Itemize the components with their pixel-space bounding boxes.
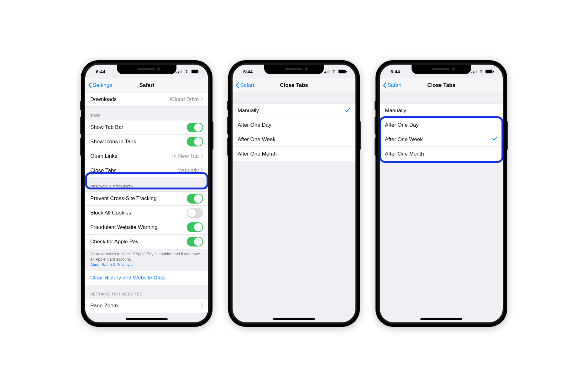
home-indicator[interactable]	[273, 318, 315, 320]
back-label: Settings	[93, 82, 112, 88]
row-label: Fraudulent Website Warning	[90, 224, 158, 231]
phone-frame-2: 6:44 Safari Close Tabs Manually After	[228, 60, 360, 327]
cellular-signal-icon	[471, 70, 477, 73]
phone-frame-1: 6:44 Settings Safari Downloads iCloud Dr…	[81, 60, 213, 327]
option-label: After One Day	[238, 122, 271, 128]
row-label: Prevent Cross-Site Tracking	[90, 195, 157, 202]
privacy-link[interactable]: About Safari & Privacy…	[90, 262, 134, 267]
wifi-icon	[479, 70, 484, 73]
chevron-left-icon	[236, 82, 239, 88]
chevron-right-icon	[201, 303, 203, 309]
row-label: Open Links	[90, 153, 117, 159]
chevron-right-icon	[201, 167, 203, 174]
toggle-apple-pay[interactable]	[187, 237, 203, 247]
notch	[412, 65, 471, 74]
row-label: Show Icons in Tabs	[90, 139, 136, 145]
row-apple-pay[interactable]: Check for Apple Pay	[85, 235, 208, 249]
option-one-week[interactable]: After One Week	[380, 132, 503, 147]
option-label: Manually	[385, 108, 406, 114]
cellular-signal-icon	[324, 70, 329, 73]
back-button[interactable]: Settings	[88, 82, 112, 88]
row-downloads[interactable]: Downloads iCloud Drive	[85, 92, 208, 107]
cellular-signal-icon	[176, 70, 182, 73]
option-label: After One Month	[385, 151, 424, 157]
home-indicator[interactable]	[126, 318, 168, 320]
chevron-left-icon	[88, 82, 92, 88]
chevron-right-icon	[201, 96, 203, 103]
row-close-tabs[interactable]: Close Tabs Manually	[85, 163, 208, 178]
chevron-right-icon	[201, 153, 203, 159]
nav-bar: Settings Safari	[85, 78, 208, 92]
option-label: After One Month	[238, 151, 277, 157]
row-label: Clear History and Website Data	[90, 275, 165, 281]
notch	[264, 65, 324, 74]
option-label: Manually	[238, 108, 259, 114]
toggle-show-tab-bar[interactable]	[187, 123, 203, 132]
row-value: In New Tab	[172, 153, 199, 159]
status-time: 6:44	[243, 69, 253, 74]
nav-bar: Safari Close Tabs	[380, 78, 503, 92]
battery-icon	[486, 70, 494, 73]
toggle-fraud-warning[interactable]	[187, 222, 203, 232]
nav-bar: Safari Close Tabs	[233, 78, 355, 92]
option-manually[interactable]: Manually	[380, 103, 503, 118]
footer-text: Allow websites to check if Apple Pay is …	[90, 252, 200, 262]
section-header-privacy: PRIVACY & SECURITY	[85, 178, 208, 191]
checkmark-icon	[345, 108, 350, 114]
toggle-block-cookies[interactable]	[187, 208, 203, 218]
row-show-tab-bar[interactable]: Show Tab Bar	[85, 120, 208, 135]
row-show-icons[interactable]: Show Icons in Tabs	[85, 135, 208, 149]
row-value: iCloud Drive	[170, 96, 199, 103]
row-label: Block All Cookies	[90, 210, 131, 216]
option-one-day[interactable]: After One Day	[380, 118, 503, 132]
checkmark-icon	[492, 136, 498, 143]
back-button[interactable]: Safari	[383, 82, 401, 88]
status-time: 6:44	[391, 69, 400, 74]
option-label: After One Week	[238, 136, 276, 143]
row-label: Close Tabs	[90, 167, 117, 174]
row-open-links[interactable]: Open Links In New Tab	[85, 149, 208, 163]
wifi-icon	[184, 70, 189, 73]
option-one-week[interactable]: After One Week	[233, 132, 355, 147]
row-clear-history[interactable]: Clear History and Website Data	[85, 271, 208, 285]
back-label: Safari	[240, 82, 254, 88]
option-label: After One Week	[385, 136, 423, 143]
option-manually[interactable]: Manually	[233, 103, 355, 118]
battery-icon	[338, 70, 347, 73]
option-one-month[interactable]: After One Month	[233, 147, 355, 161]
status-time: 6:44	[96, 69, 105, 74]
row-block-cookies[interactable]: Block All Cookies	[85, 206, 208, 220]
battery-icon	[191, 70, 199, 73]
row-page-zoom[interactable]: Page Zoom	[85, 299, 208, 313]
section-header-websites: SETTINGS FOR WEBSITES	[85, 285, 208, 299]
row-value: Manually	[177, 167, 199, 174]
row-label: Check for Apple Pay	[90, 239, 139, 245]
back-label: Safari	[387, 82, 401, 88]
option-one-day[interactable]: After One Day	[233, 118, 355, 132]
row-label: Show Tab Bar	[90, 124, 123, 130]
section-footer-privacy: Allow websites to check if Apple Pay is …	[85, 249, 208, 271]
toggle-cross-site[interactable]	[187, 194, 203, 204]
notch	[117, 65, 176, 74]
home-indicator[interactable]	[420, 318, 462, 320]
row-fraud-warning[interactable]: Fraudulent Website Warning	[85, 220, 208, 235]
row-label: Downloads	[90, 96, 117, 103]
option-label: After One Day	[385, 122, 419, 128]
row-label: Page Zoom	[90, 303, 118, 309]
wifi-icon	[331, 70, 336, 73]
option-one-month[interactable]: After One Month	[380, 147, 503, 161]
phone-frame-3: 6:44 Safari Close Tabs Manually After On…	[375, 60, 507, 327]
toggle-show-icons[interactable]	[187, 137, 203, 146]
chevron-left-icon	[383, 82, 387, 88]
section-header-tabs: TABS	[85, 107, 208, 120]
row-cross-site[interactable]: Prevent Cross-Site Tracking	[85, 191, 208, 206]
back-button[interactable]: Safari	[236, 82, 254, 88]
